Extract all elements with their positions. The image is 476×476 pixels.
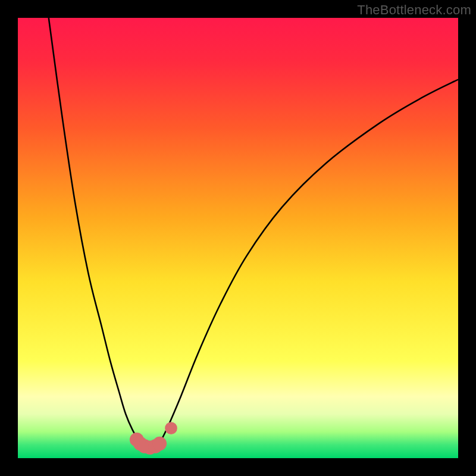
- plot-area: [18, 18, 458, 458]
- attribution-text: TheBottleneck.com: [357, 2, 471, 18]
- marker-dot: [165, 422, 177, 434]
- right-curve: [159, 80, 458, 445]
- bottleneck-curves: [18, 18, 458, 458]
- chart-frame: TheBottleneck.com: [0, 0, 476, 476]
- left-curve: [49, 18, 146, 445]
- marker-dot: [152, 437, 167, 451]
- markers: [130, 422, 177, 455]
